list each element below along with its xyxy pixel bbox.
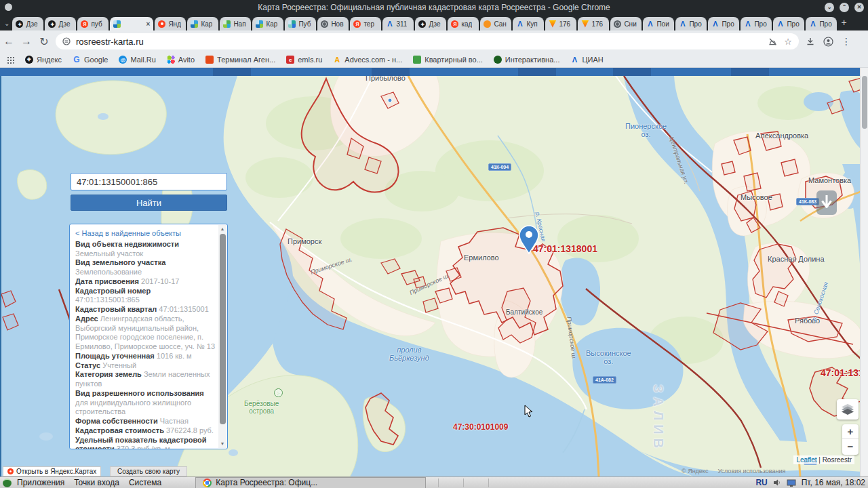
open-in-yandex-maps-button[interactable]: Открыть в Яндекс.Картах <box>3 466 101 476</box>
taskbar-separator <box>488 479 489 487</box>
tab-favicon-icon <box>113 20 121 28</box>
leaflet-link[interactable]: Leaflet <box>796 456 816 464</box>
browser-tab[interactable]: Про <box>675 17 707 30</box>
taskbar-menu-applications[interactable]: Приложения <box>17 478 64 487</box>
bookmark-star-icon[interactable]: ☆ <box>784 37 792 47</box>
tab-label: Пои <box>656 20 669 28</box>
bookmark-item[interactable]: Интерактивна... <box>494 56 560 64</box>
reload-button[interactable]: ↻ <box>35 35 53 48</box>
browser-tab[interactable]: Кар <box>187 17 218 30</box>
maximize-window-button[interactable]: ⌃ <box>840 3 849 12</box>
tab-label: 176 <box>559 20 570 28</box>
leaflet-attribution: Leaflet | Rosreestr <box>793 455 854 464</box>
chrome-menu-icon[interactable]: ⋮ <box>842 36 851 47</box>
notifications-blocked-icon[interactable] <box>768 37 777 46</box>
tab-label: Куп <box>526 20 537 28</box>
browser-tab[interactable]: 176 <box>545 17 576 30</box>
tab-label: Дзе <box>429 20 440 28</box>
bookmark-item[interactable]: Mail.Ru <box>119 56 155 64</box>
cadastral-search-input[interactable] <box>71 173 227 190</box>
tab-label: 176 <box>591 20 603 28</box>
tab-close-icon[interactable]: × <box>146 20 151 28</box>
browser-tab[interactable]: Нап <box>220 17 251 30</box>
browser-tab[interactable]: Дзе <box>12 17 43 30</box>
browser-tab[interactable]: 176 <box>578 17 609 30</box>
taskbar-menu-places[interactable]: Точки входа <box>74 478 119 487</box>
search-button[interactable]: Найти <box>71 195 227 211</box>
bookmark-label: ЦИАН <box>582 56 603 64</box>
browser-tab[interactable]: × <box>110 17 153 30</box>
bookmark-item[interactable]: Advecs.com - н... <box>333 56 402 64</box>
browser-tab[interactable]: тер <box>350 17 381 30</box>
bookmark-item[interactable]: Google <box>73 56 108 64</box>
browser-tab[interactable]: Про <box>806 17 837 30</box>
browser-tab[interactable]: Дзе <box>415 17 446 30</box>
browser-tab[interactable]: Кар <box>252 17 283 30</box>
tab-label: Дзе <box>58 20 70 28</box>
downloads-icon[interactable] <box>806 37 815 46</box>
site-settings-icon[interactable] <box>62 37 71 45</box>
detail-field: Кадастровый номер 47:01:1315001:865 <box>75 287 216 306</box>
create-own-map-button[interactable]: Создать свою карту <box>110 466 187 476</box>
clock[interactable]: Пт, 16 мая, 18:02 <box>802 478 865 487</box>
url-text[interactable]: rosreestr-karta.ru <box>76 37 763 47</box>
keyboard-layout-indicator[interactable]: RU <box>755 478 767 487</box>
back-to-results-link[interactable]: < Назад в найденные объекты <box>75 229 216 239</box>
browser-tab[interactable]: кад <box>448 17 479 30</box>
shade-window-button[interactable]: ⌄ <box>825 3 834 12</box>
bookmark-item[interactable]: ЦИАН <box>570 56 603 64</box>
browser-tab[interactable]: Сни <box>610 17 642 30</box>
bookmark-favicon-icon <box>205 56 214 64</box>
active-task-button[interactable]: Карта Росреестра: Офиц... <box>195 477 426 488</box>
tab-label: 311 <box>396 20 407 28</box>
browser-tab[interactable]: Нов <box>317 17 349 30</box>
close-window-button[interactable]: ✕ <box>854 3 864 12</box>
tab-favicon-icon <box>711 20 719 28</box>
panel-scrollbar[interactable]: ▲ ▼ <box>218 225 226 448</box>
tab-search-chevron-icon[interactable]: ⌄ <box>4 20 9 27</box>
app-launcher-icon[interactable] <box>3 479 12 487</box>
profile-icon[interactable] <box>823 37 833 47</box>
bookmark-item[interactable]: Квартирный во... <box>413 56 483 64</box>
new-tab-button[interactable]: + <box>841 17 846 28</box>
zoom-out-button[interactable]: − <box>842 439 859 454</box>
tab-favicon-icon <box>581 20 589 28</box>
panel-scroll-thumb[interactable] <box>220 234 226 424</box>
strait-label-bjorkesund: пролив Бьёркезунд <box>389 346 429 362</box>
address-bar[interactable]: rosreestr-karta.ru ☆ <box>56 33 799 49</box>
apps-grid-icon[interactable] <box>7 56 14 64</box>
browser-scrollbar[interactable] <box>860 68 868 476</box>
display-icon[interactable] <box>787 479 796 487</box>
bookmark-item[interactable]: Яндекс <box>25 56 62 64</box>
volume-icon[interactable] <box>773 479 781 487</box>
cadastral-map[interactable]: Прибылово Пионерское оз. Александровка М… <box>0 76 860 476</box>
browser-tab[interactable]: 311 <box>382 17 414 30</box>
yandex-terms-link[interactable]: Условия использования <box>717 468 785 474</box>
bookmark-item[interactable]: Avito <box>167 56 195 64</box>
bookmark-item[interactable]: emls.ru <box>286 56 322 64</box>
browser-scroll-thumb[interactable] <box>862 76 867 129</box>
forward-button[interactable]: → <box>18 35 35 47</box>
browser-tab[interactable]: Про <box>741 17 772 30</box>
scroll-up-arrow-icon[interactable]: ▲ <box>218 225 226 233</box>
detail-field: Удельный показатель кадастровой стоимост… <box>75 436 216 450</box>
browser-tab[interactable]: пуб <box>77 17 108 30</box>
browser-tab[interactable]: Пои <box>643 17 674 30</box>
scroll-down-arrow-icon[interactable]: ▼ <box>218 440 226 448</box>
yandex-copyright-link[interactable]: © Яндекс <box>682 468 708 474</box>
browser-tab[interactable]: Сан <box>480 17 511 30</box>
bookmark-item[interactable]: Терминал Аген... <box>205 56 275 64</box>
taskbar-menu-system[interactable]: Система <box>129 478 161 487</box>
browser-tab[interactable]: Дзе <box>45 17 76 30</box>
browser-tab[interactable]: Куп <box>513 17 544 30</box>
road-badge-41k083: 41К-083 <box>796 198 819 205</box>
place-label-pribylovo: Прибылово <box>366 76 406 82</box>
detail-field: Вид земельного участка Землепользование <box>75 258 216 277</box>
layers-button[interactable] <box>837 399 859 420</box>
back-button[interactable]: ← <box>0 35 18 47</box>
browser-tab[interactable]: Пуб <box>285 17 316 30</box>
zoom-in-button[interactable]: + <box>842 424 859 439</box>
browser-tab[interactable]: Про <box>773 17 804 30</box>
browser-tab[interactable]: Янд <box>155 17 186 30</box>
browser-tab[interactable]: Про <box>708 17 739 30</box>
